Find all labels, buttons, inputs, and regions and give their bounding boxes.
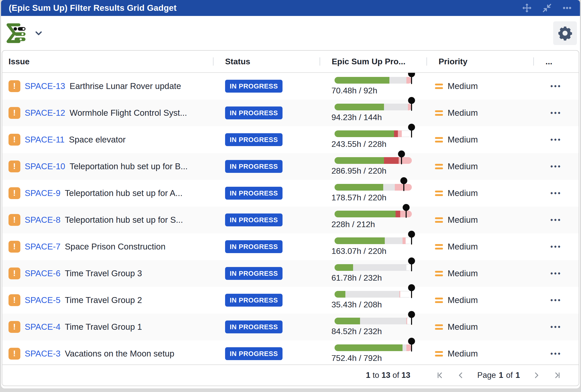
row-actions-button[interactable]: ••• bbox=[550, 350, 561, 358]
row-actions-button[interactable]: ••• bbox=[550, 189, 561, 197]
progress-bar bbox=[335, 344, 412, 351]
column-header-issue[interactable]: Issue bbox=[2, 57, 213, 66]
progress-bar bbox=[335, 130, 412, 137]
next-page-button[interactable] bbox=[532, 371, 541, 380]
row-actions-button[interactable]: ••• bbox=[550, 163, 561, 171]
row-actions-button[interactable]: ••• bbox=[550, 296, 561, 304]
priority-cell: Medium bbox=[426, 135, 533, 145]
issue-type-icon: ! bbox=[8, 161, 20, 172]
priority-label: Medium bbox=[448, 295, 478, 305]
row-actions-cell: ••• bbox=[533, 136, 579, 144]
progress-bar-track bbox=[335, 184, 412, 191]
issue-key-link[interactable]: SPACE-10 bbox=[25, 162, 65, 171]
status-cell: IN PROGRESS bbox=[213, 80, 320, 93]
priority-medium-icon bbox=[435, 244, 443, 250]
issue-summary: Time Travel Group 2 bbox=[65, 295, 142, 305]
issue-key-link[interactable]: SPACE-3 bbox=[25, 349, 61, 359]
progress-bar bbox=[335, 318, 412, 324]
row-actions-button[interactable]: ••• bbox=[550, 243, 561, 251]
row-actions-button[interactable]: ••• bbox=[550, 216, 561, 224]
issue-key-link[interactable]: SPACE-13 bbox=[25, 81, 65, 91]
table-row: ! SPACE-12 Wormhole Flight Control Syst.… bbox=[2, 100, 579, 126]
row-actions-button[interactable]: ••• bbox=[550, 109, 561, 117]
row-actions-button[interactable]: ••• bbox=[550, 136, 561, 144]
table-row: ! SPACE-4 Time Travel Group 1 IN PROGRES… bbox=[2, 314, 579, 340]
row-actions-cell: ••• bbox=[533, 82, 579, 90]
page-total: 1 bbox=[516, 371, 520, 380]
row-actions-button[interactable]: ••• bbox=[550, 82, 561, 90]
table-header: IssueStatusEpic Sum Up Pro...Priority... bbox=[2, 51, 579, 73]
table-row: ! SPACE-9 Teleportation hub set up for A… bbox=[2, 180, 579, 207]
estimate-pin-head bbox=[408, 97, 415, 104]
row-actions-button[interactable]: ••• bbox=[550, 323, 561, 331]
more-icon[interactable] bbox=[561, 2, 573, 14]
table-row: ! SPACE-7 Space Prison Construction IN P… bbox=[2, 233, 579, 260]
priority-label: Medium bbox=[448, 242, 478, 252]
status-badge: IN PROGRESS bbox=[225, 267, 283, 280]
column-header-priority[interactable]: Priority bbox=[426, 57, 533, 66]
titlebar-icons bbox=[521, 2, 573, 14]
progress-bar-track bbox=[335, 211, 412, 217]
epic-sum-up-progress-cell: 228h / 212h bbox=[320, 211, 426, 229]
issue-cell: ! SPACE-4 Time Travel Group 1 bbox=[2, 321, 213, 333]
table-row: ! SPACE-10 Teleportation hub set up for … bbox=[2, 153, 579, 180]
estimate-pin bbox=[406, 205, 407, 218]
move-icon[interactable] bbox=[521, 2, 533, 14]
progress-bar-track bbox=[335, 264, 412, 271]
estimate-pin-head bbox=[408, 73, 415, 77]
column-header-epic-sum-up-progress[interactable]: Epic Sum Up Pro... bbox=[320, 57, 426, 66]
epic-sum-up-progress-cell: 243.55h / 228h bbox=[320, 130, 426, 149]
issue-key-link[interactable]: SPACE-12 bbox=[25, 108, 65, 118]
issue-key-link[interactable]: SPACE-4 bbox=[25, 322, 61, 332]
estimate-pin bbox=[411, 73, 412, 84]
estimate-pin bbox=[411, 259, 412, 271]
issue-cell: ! SPACE-3 Vacations on the Moon setup bbox=[2, 348, 213, 360]
first-page-button[interactable] bbox=[435, 371, 444, 380]
progress-bar-track bbox=[335, 291, 412, 298]
issue-cell: ! SPACE-6 Time Travel Group 3 bbox=[2, 268, 213, 279]
row-actions-button[interactable]: ••• bbox=[550, 270, 561, 278]
issue-key-link[interactable]: SPACE-6 bbox=[25, 269, 61, 278]
epic-sum-up-progress-cell: 178.57h / 220h bbox=[320, 184, 426, 202]
issue-summary: Teleportation hub set up for S... bbox=[65, 215, 183, 225]
issue-summary: Earthrise Lunar Rover update bbox=[70, 81, 181, 91]
status-cell: IN PROGRESS bbox=[213, 347, 320, 360]
status-badge: IN PROGRESS bbox=[225, 106, 283, 119]
page-of-word: of bbox=[506, 371, 513, 380]
progress-label: 94.23h / 144h bbox=[331, 113, 426, 122]
progress-bar bbox=[335, 184, 412, 191]
epic-sum-up-menu[interactable] bbox=[5, 22, 43, 44]
priority-label: Medium bbox=[448, 215, 478, 225]
column-header-status[interactable]: Status bbox=[213, 57, 320, 66]
status-cell: IN PROGRESS bbox=[213, 133, 320, 146]
priority-medium-icon bbox=[435, 351, 443, 357]
issue-key-link[interactable]: SPACE-8 bbox=[25, 215, 61, 225]
priority-label: Medium bbox=[448, 81, 478, 91]
progress-label: 163.07h / 220h bbox=[331, 246, 426, 256]
issue-key-link[interactable]: SPACE-5 bbox=[25, 295, 61, 305]
status-cell: IN PROGRESS bbox=[213, 240, 320, 253]
issue-key-link[interactable]: SPACE-11 bbox=[25, 135, 65, 145]
column-header-more[interactable]: ... bbox=[533, 57, 579, 66]
issue-key-link[interactable]: SPACE-9 bbox=[25, 188, 61, 198]
issue-summary: Space elevator bbox=[69, 135, 126, 145]
estimate-pin-head bbox=[408, 338, 415, 345]
issue-key-link[interactable]: SPACE-7 bbox=[25, 242, 61, 252]
settings-button[interactable] bbox=[553, 21, 577, 45]
progress-bar-track bbox=[335, 130, 412, 137]
progress-label: 70.48h / 92h bbox=[331, 86, 426, 95]
issue-type-icon: ! bbox=[8, 80, 20, 92]
previous-page-button[interactable] bbox=[456, 371, 465, 380]
issue-type-icon: ! bbox=[8, 294, 20, 306]
collapse-icon[interactable] bbox=[541, 2, 553, 14]
estimate-pin-head bbox=[408, 124, 415, 131]
range-total: 13 bbox=[401, 371, 410, 380]
last-page-button[interactable] bbox=[553, 371, 562, 380]
progress-bar bbox=[335, 237, 412, 244]
estimate-pin-head bbox=[408, 284, 415, 291]
progress-bar bbox=[335, 291, 412, 298]
issue-type-icon: ! bbox=[8, 187, 20, 199]
status-cell: IN PROGRESS bbox=[213, 267, 320, 280]
last-page-icon bbox=[553, 371, 562, 379]
first-page-icon bbox=[435, 371, 444, 379]
